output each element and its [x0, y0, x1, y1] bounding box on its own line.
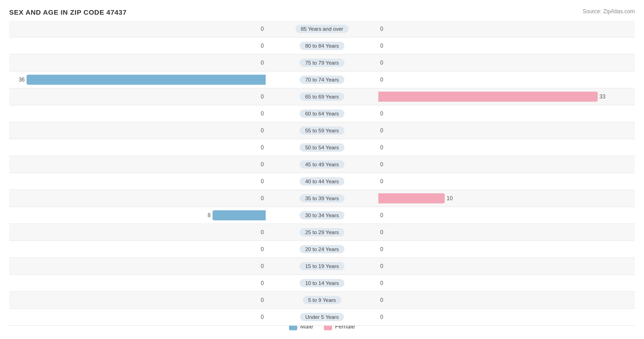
left-section: 0 [9, 21, 266, 37]
left-section: 0 [9, 292, 266, 308]
chart-row: 035 to 39 Years10 [9, 190, 635, 207]
age-label-center: 50 to 54 Years [266, 143, 378, 152]
chart-row: 050 to 54 Years0 [9, 139, 635, 156]
male-value: 36 [19, 77, 25, 83]
chart-area: 085 Years and over0080 to 84 Years0075 t… [9, 21, 635, 309]
age-label-center: 45 to 49 Years [266, 160, 378, 169]
chart-row: 010 to 14 Years0 [9, 275, 635, 292]
male-bar [213, 210, 266, 220]
age-label-pill: 40 to 44 Years [300, 177, 344, 186]
female-value: 33 [600, 93, 606, 100]
male-zero: 0 [261, 297, 264, 303]
right-section: 0 [378, 292, 635, 308]
age-label-center: Under 5 Years [266, 313, 378, 321]
chart-row: 080 to 84 Years0 [9, 38, 635, 55]
right-section: 0 [378, 258, 635, 274]
right-section: 0 [378, 105, 635, 122]
female-zero: 0 [380, 144, 383, 151]
male-zero: 0 [261, 127, 264, 134]
left-section: 36 [9, 71, 266, 88]
chart-row: 065 to 69 Years33 [9, 88, 635, 105]
female-zero: 0 [380, 229, 383, 235]
chart-container: SEX AND AGE IN ZIP CODE 47437 Source: Zi… [0, 0, 644, 339]
male-zero: 0 [261, 26, 264, 32]
male-value: 8 [207, 212, 211, 219]
male-zero: 0 [261, 246, 264, 252]
male-zero: 0 [261, 314, 264, 320]
age-label-center: 70 to 74 Years [266, 76, 378, 84]
age-label-center: 15 to 19 Years [266, 262, 378, 270]
right-section: 0 [378, 241, 635, 257]
female-zero: 0 [380, 110, 383, 117]
female-zero: 0 [380, 43, 383, 49]
age-label-pill: 30 to 34 Years [300, 211, 344, 219]
left-section: 0 [9, 173, 266, 190]
chart-row: 075 to 79 Years0 [9, 55, 635, 71]
right-section: 0 [378, 122, 635, 139]
source-text: Source: ZipAtlas.com [583, 8, 635, 15]
age-label-center: 20 to 24 Years [266, 245, 378, 253]
left-section: 0 [9, 38, 266, 54]
right-section: 0 [378, 55, 635, 71]
right-section: 0 [378, 38, 635, 54]
chart-row: 830 to 34 Years0 [9, 207, 635, 224]
female-zero: 0 [380, 297, 383, 303]
chart-row: 085 Years and over0 [9, 21, 635, 38]
age-label-center: 30 to 34 Years [266, 211, 378, 219]
chart-row: 3670 to 74 Years0 [9, 71, 635, 88]
chart-row: 020 to 24 Years0 [9, 241, 635, 258]
age-label-pill: 15 to 19 Years [300, 262, 344, 270]
female-zero: 0 [380, 127, 383, 134]
chart-row: 055 to 59 Years0 [9, 122, 635, 139]
age-label-center: 85 Years and over [266, 25, 378, 33]
right-section: 0 [378, 21, 635, 37]
left-section: 0 [9, 139, 266, 156]
left-section: 0 [9, 224, 266, 241]
right-section: 0 [378, 207, 635, 224]
female-value: 10 [447, 195, 453, 202]
age-label-center: 80 to 84 Years [266, 42, 378, 50]
left-section: 0 [9, 258, 266, 274]
age-label-center: 10 to 14 Years [266, 279, 378, 287]
chart-title: SEX AND AGE IN ZIP CODE 47437 [9, 8, 127, 16]
female-bar [378, 92, 598, 102]
left-section: 0 [9, 122, 266, 139]
female-zero: 0 [380, 280, 383, 286]
age-label-center: 55 to 59 Years [266, 126, 378, 135]
right-section: 0 [378, 139, 635, 156]
age-label-center: 60 to 64 Years [266, 109, 378, 118]
female-zero: 0 [380, 77, 383, 83]
right-section: 10 [378, 190, 635, 207]
age-label-pill: 60 to 64 Years [300, 109, 344, 118]
age-label-pill: 55 to 59 Years [300, 126, 344, 135]
male-zero: 0 [261, 178, 264, 185]
chart-row: 045 to 49 Years0 [9, 156, 635, 173]
age-label-center: 65 to 69 Years [266, 93, 378, 101]
male-zero: 0 [261, 144, 264, 151]
left-section: 0 [9, 105, 266, 122]
left-section: 0 [9, 55, 266, 71]
chart-row: 0Under 5 Years0 [9, 309, 635, 326]
left-section: 0 [9, 275, 266, 291]
age-label-pill: 65 to 69 Years [300, 93, 344, 101]
left-section: 0 [9, 88, 266, 105]
female-zero: 0 [380, 246, 383, 252]
female-zero: 0 [380, 212, 383, 219]
female-zero: 0 [380, 314, 383, 320]
male-zero: 0 [261, 93, 264, 100]
male-zero: 0 [261, 195, 264, 202]
left-section: 0 [9, 156, 266, 173]
age-label-pill: 10 to 14 Years [300, 279, 344, 287]
male-zero: 0 [261, 43, 264, 49]
male-zero: 0 [261, 110, 264, 117]
right-section: 33 [378, 88, 635, 105]
age-label-pill: 25 to 29 Years [300, 228, 344, 236]
right-section: 0 [378, 156, 635, 173]
right-section: 0 [378, 173, 635, 190]
female-zero: 0 [380, 26, 383, 32]
age-label-pill: Under 5 Years [300, 313, 344, 321]
right-section: 0 [378, 309, 635, 325]
male-zero: 0 [261, 280, 264, 286]
age-label-pill: 50 to 54 Years [300, 143, 344, 152]
age-label-center: 40 to 44 Years [266, 177, 378, 186]
